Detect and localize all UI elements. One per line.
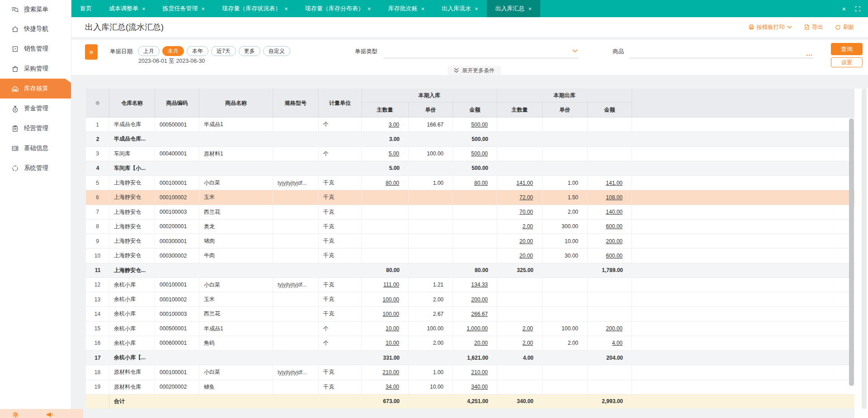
table-row[interactable]: 17余杭小库【...331.001,621.004.00204.00: [86, 351, 854, 365]
table-row[interactable]: 8上海静安仓000200001奥龙千克2.00300.00600.00: [86, 220, 854, 234]
drilldown-link[interactable]: 600.00: [606, 223, 623, 230]
column-settings-gear-icon[interactable]: [86, 89, 109, 117]
table-row[interactable]: 13余杭小库000100002玉米千克100.002.00200.00: [86, 292, 854, 307]
drilldown-link[interactable]: 200.00: [471, 296, 488, 303]
table-row[interactable]: 6上海静安仓000100002玉米千克72.001.50108.00: [86, 190, 854, 205]
sidebar-item[interactable]: 经营管理: [0, 118, 71, 138]
table-row[interactable]: 11上海静安仓...80.0080.00325.001,789.00: [86, 263, 854, 278]
refresh-button[interactable]: 刷新: [835, 23, 854, 31]
drilldown-link[interactable]: 210.00: [471, 369, 488, 376]
drilldown-link[interactable]: 141.00: [516, 180, 533, 186]
tab[interactable]: 首页: [71, 0, 100, 17]
tab-close-icon[interactable]: ×: [368, 6, 371, 12]
drilldown-link[interactable]: 266.67: [471, 311, 488, 317]
drilldown-link[interactable]: 80.00: [386, 180, 399, 186]
drilldown-link[interactable]: 134.33: [471, 282, 488, 288]
drilldown-link[interactable]: 600.00: [606, 253, 623, 259]
drilldown-link[interactable]: 2.00: [523, 325, 533, 332]
drilldown-link[interactable]: 80.00: [474, 180, 488, 186]
total-row[interactable]: 合计673.004,251.00340.002,993.00: [86, 395, 854, 409]
page-scrollbar[interactable]: [862, 89, 867, 409]
sidebar-item[interactable]: 搜索菜单: [0, 0, 71, 19]
collapse-filter-button[interactable]: »: [85, 44, 98, 60]
col-unit[interactable]: 计量单位: [319, 89, 362, 117]
drilldown-link[interactable]: 10.00: [386, 325, 399, 332]
drilldown-link[interactable]: 100.00: [382, 296, 399, 303]
drilldown-link[interactable]: 3.00: [389, 122, 399, 128]
tab[interactable]: 现存量（库存状况表）×: [213, 0, 297, 17]
tab[interactable]: 成本调整单×: [100, 0, 154, 17]
doc-type-select[interactable]: [383, 46, 579, 58]
drilldown-link[interactable]: 500.00: [471, 150, 488, 157]
sidebar-item[interactable]: 库存核算: [0, 79, 71, 99]
table-row[interactable]: 14余杭小库000100003西兰花千克100.002.67266.67: [86, 307, 854, 321]
drilldown-link[interactable]: 100.00: [382, 311, 399, 317]
tab[interactable]: 现存量（库存分布表）×: [297, 0, 380, 17]
col-product-code[interactable]: 商品编码: [155, 89, 199, 117]
sidebar-item[interactable]: 资金管理: [0, 99, 71, 118]
drilldown-link[interactable]: 5.00: [389, 150, 399, 157]
table-row[interactable]: 15余杭小库000500001半成品1个10.00100.001,000.002…: [86, 322, 854, 336]
megaphone-icon[interactable]: [46, 411, 54, 418]
drilldown-link[interactable]: 20.00: [519, 253, 533, 259]
date-option-pill[interactable]: 更多: [239, 46, 260, 56]
col-spec[interactable]: 规格型号: [273, 89, 319, 117]
drilldown-link[interactable]: 10.00: [386, 340, 399, 346]
sidebar-item[interactable]: 销售管理: [0, 39, 71, 59]
drilldown-link[interactable]: 2.00: [523, 223, 533, 230]
sidebar-item[interactable]: 基础信息: [0, 138, 71, 158]
tab[interactable]: 库存批次账×: [379, 0, 433, 17]
sidebar-item[interactable]: 系统管理: [0, 158, 71, 178]
sidebar-item[interactable]: 采购管理: [0, 59, 71, 79]
date-option-pill[interactable]: 近7天: [211, 46, 236, 56]
table-row[interactable]: 5上海静安仓000100001小白菜tyjyjtyjtyjdf...千克80.0…: [86, 176, 854, 190]
drilldown-link[interactable]: 141.00: [606, 180, 623, 186]
table-row[interactable]: 1半成品仓库000500001半成品1个3.00166.67500.00: [86, 117, 854, 132]
product-input[interactable]: ...: [629, 46, 814, 58]
tab-close-icon[interactable]: ×: [421, 6, 425, 12]
sidebar-item[interactable]: 快捷导航: [0, 19, 71, 39]
tab[interactable]: 拣货任务管理×: [154, 0, 214, 17]
drilldown-link[interactable]: 140.00: [606, 209, 623, 215]
col-out-price[interactable]: 单价: [542, 103, 588, 117]
tab-close-icon[interactable]: ×: [475, 6, 478, 12]
table-row[interactable]: 19原材料仓库000200002鳗鱼千克34.0010.00340.00: [86, 380, 854, 395]
tab-close-icon[interactable]: ×: [142, 6, 146, 12]
table-row[interactable]: 9上海静安仓000300001猪肉千克20.0010.00200.00: [86, 234, 854, 249]
drilldown-link[interactable]: 200.00: [606, 238, 623, 244]
date-option-pill[interactable]: 本月: [162, 46, 184, 56]
table-row[interactable]: 12余杭小库000100001小白菜tyjyjtyjtyjdf...千克111.…: [86, 278, 854, 292]
query-button[interactable]: 查询: [831, 43, 863, 55]
table-row[interactable]: 4车间库【小...5.00500.00: [86, 161, 854, 176]
drilldown-link[interactable]: 1,000.00: [467, 325, 488, 332]
col-out-amount[interactable]: 金额: [588, 103, 632, 117]
table-row[interactable]: 7上海静安仓000100003西兰花千克70.002.00140.00: [86, 205, 854, 220]
drilldown-link[interactable]: 111.00: [383, 282, 399, 288]
fullscreen-icon[interactable]: [855, 6, 861, 12]
col-warehouse[interactable]: 仓库名称: [109, 89, 155, 117]
drilldown-link[interactable]: 72.00: [519, 194, 533, 201]
tab-close-icon[interactable]: ×: [202, 6, 205, 12]
table-row[interactable]: 18原材料仓库000100001小白菜tyjyjtyjtyjdf...千克210…: [86, 365, 854, 380]
settings-button[interactable]: 设置: [831, 57, 863, 67]
col-in-price[interactable]: 单价: [409, 103, 453, 117]
tab[interactable]: 出入库流水×: [433, 0, 487, 17]
drilldown-link[interactable]: 20.00: [474, 340, 488, 346]
export-button[interactable]: 导出: [804, 23, 823, 31]
table-row[interactable]: 3车间库000400001原材料1个5.00100.00500.00: [86, 147, 854, 161]
col-in-amount[interactable]: 金额: [453, 103, 497, 117]
col-in-qty[interactable]: 主数量: [362, 103, 409, 117]
drilldown-link[interactable]: 200.00: [606, 325, 623, 332]
date-option-pill[interactable]: 上月: [138, 46, 160, 56]
table-row[interactable]: 16余杭小库000600001角码个10.002.0020.002.002.00…: [86, 336, 854, 351]
drilldown-link[interactable]: 500.00: [471, 122, 488, 128]
date-option-pill[interactable]: 本年: [187, 46, 208, 56]
print-by-template-button[interactable]: 按模板打印: [748, 23, 793, 31]
col-out-qty[interactable]: 主数量: [497, 103, 542, 117]
product-picker-ellipsis[interactable]: ...: [806, 50, 813, 57]
drilldown-link[interactable]: 108.00: [606, 194, 623, 201]
drilldown-link[interactable]: 210.00: [382, 369, 399, 376]
gear-icon[interactable]: [12, 411, 19, 418]
close-all-tabs-icon[interactable]: ×: [842, 5, 846, 13]
col-product-name[interactable]: 商品名称: [199, 89, 273, 117]
